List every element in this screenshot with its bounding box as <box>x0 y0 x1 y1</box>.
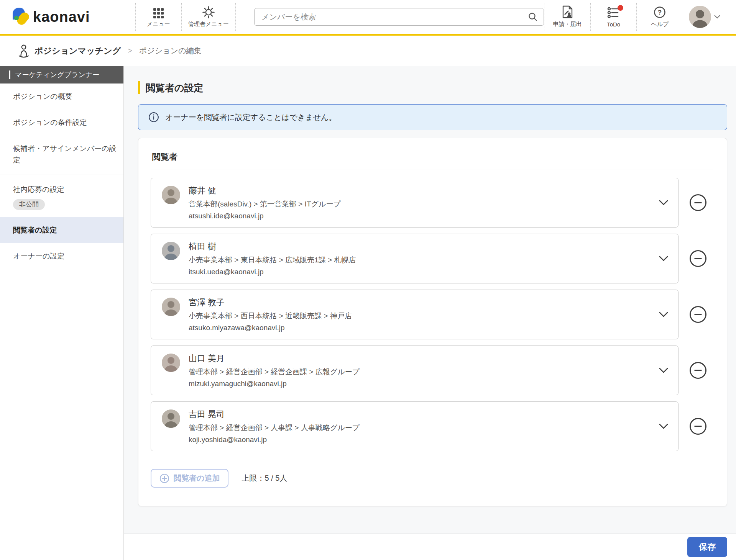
viewer-settings-content: 閲覧者の設定 オーナーを閲覧者に設定することはできません。 閲覧者 <box>124 66 736 534</box>
member-avatar <box>162 298 180 316</box>
divider <box>235 3 236 31</box>
svg-text:?: ? <box>658 9 662 16</box>
expand-member-button[interactable] <box>659 256 668 261</box>
sidebar-item[interactable]: オーナーの設定 <box>0 243 123 269</box>
viewer-limit-text: 上限：5 / 5人 <box>242 473 287 483</box>
member-name: 宮澤 敦子 <box>189 297 352 308</box>
viewer-row: 宮澤 敦子 小売事業本部 > 西日本統括 > 近畿販売課 > 神戸店 atsuk… <box>151 290 713 339</box>
search-input[interactable] <box>255 13 522 21</box>
add-viewer-label: 閲覧者の追加 <box>174 473 220 483</box>
todo-label: ToDo <box>607 21 620 28</box>
application-button[interactable]: 申請・届出 <box>544 6 590 28</box>
viewer-card: 宮澤 敦子 小売事業本部 > 西日本統括 > 近畿販売課 > 神戸店 atsuk… <box>151 290 678 339</box>
sidebar-item[interactable]: 閲覧者の設定 <box>0 217 123 243</box>
sidebar-item[interactable]: 候補者・アサインメンバーの設定 <box>0 136 123 173</box>
sidebar-item[interactable]: ポジションの条件設定 <box>0 110 123 136</box>
action-footer: 保存 <box>124 534 736 560</box>
expand-member-button[interactable] <box>659 368 668 373</box>
info-banner: オーナーを閲覧者に設定することはできません。 <box>138 104 727 130</box>
member-email: atsushi.ide@kaonavi.jp <box>189 212 341 220</box>
page-title: 閲覧者の設定 <box>146 82 204 94</box>
breadcrumb: ポジションマッチング > ポジションの編集 <box>0 36 736 66</box>
chevron-down-icon <box>659 368 668 373</box>
member-org-path: 管理本部 > 経営企画部 > 経営企画課 > 広報グループ <box>189 367 360 377</box>
viewer-card: 山口 美月 管理本部 > 経営企画部 > 経営企画課 > 広報グループ mizu… <box>151 345 678 395</box>
sidebar-item-label: ポジションの条件設定 <box>13 118 87 126</box>
viewer-card: 吉田 晃司 管理本部 > 経営企画部 > 人事課 > 人事戦略グループ koji… <box>151 401 678 451</box>
title-accent-bar <box>138 81 140 94</box>
viewers-heading: 閲覧者 <box>151 151 713 163</box>
sidebar-item-label: オーナーの設定 <box>13 252 64 260</box>
breadcrumb-current: ポジションの編集 <box>139 46 202 56</box>
remove-viewer-button[interactable] <box>690 362 706 379</box>
viewer-card: 藤井 健 営業本部(salesDiv.) > 第一営業部 > ITグループ at… <box>151 178 678 228</box>
save-button[interactable]: 保存 <box>687 537 727 557</box>
viewers-card: 閲覧者 藤井 健 営業本部(salesDiv.) > 第一営業部 > ITグルー… <box>138 138 727 506</box>
admin-menu-label: 管理者メニュー <box>188 21 229 28</box>
member-org-path: 管理本部 > 経営企画部 > 人事課 > 人事戦略グループ <box>189 423 360 433</box>
divider <box>151 170 713 170</box>
member-name: 藤井 健 <box>189 185 341 196</box>
expand-member-button[interactable] <box>659 312 668 317</box>
sidebar-item-label: 候補者・アサインメンバーの設定 <box>13 144 117 164</box>
remove-viewer-button[interactable] <box>690 306 706 323</box>
gear-icon <box>202 6 215 18</box>
viewer-row: 吉田 晃司 管理本部 > 経営企画部 > 人事課 > 人事戦略グループ koji… <box>151 401 713 451</box>
member-avatar <box>162 242 180 260</box>
sidebar-item-label: 閲覧者の設定 <box>13 226 57 234</box>
sidebar-nav: ポジションの概要 ポジションの条件設定 候補者・アサインメンバーの設定 社内応募… <box>0 84 123 269</box>
user-account-menu[interactable] <box>683 6 726 28</box>
viewer-list: 藤井 健 営業本部(salesDiv.) > 第一営業部 > ITグループ at… <box>151 178 713 451</box>
menu-button[interactable]: メニュー <box>136 6 182 28</box>
app-header: kaonavi メニュー 管理者メニュー <box>0 0 736 36</box>
grid-icon <box>153 6 164 18</box>
search-icon <box>528 12 538 22</box>
chevron-down-icon <box>659 424 668 429</box>
admin-menu-button[interactable]: 管理者メニュー <box>182 6 235 28</box>
breadcrumb-root[interactable]: ポジションマッチング <box>34 45 121 57</box>
menu-label: メニュー <box>147 21 170 28</box>
remove-viewer-button[interactable] <box>690 194 706 211</box>
member-name: 植田 樹 <box>189 241 356 252</box>
chevron-down-icon <box>659 312 668 317</box>
help-button[interactable]: ? ヘルプ <box>637 6 683 28</box>
todo-icon <box>607 7 620 19</box>
member-email: atsuko.miyazawa@kaonavi.jp <box>189 324 352 332</box>
position-title: マーケティングプランナー <box>0 66 123 84</box>
chevron-down-icon <box>659 200 668 205</box>
sidebar-item[interactable]: 社内応募の設定 非公開 <box>0 177 123 217</box>
member-email: itsuki.ueda@kaonavi.jp <box>189 268 356 276</box>
info-banner-text: オーナーを閲覧者に設定することはできません。 <box>165 112 337 123</box>
chevron-down-icon <box>659 256 668 261</box>
expand-member-button[interactable] <box>659 200 668 205</box>
search-button[interactable] <box>522 8 544 25</box>
help-label: ヘルプ <box>651 21 669 28</box>
member-name: 吉田 晃司 <box>189 409 360 420</box>
viewer-row: 山口 美月 管理本部 > 経営企画部 > 経営企画課 > 広報グループ mizu… <box>151 345 713 395</box>
member-email: mizuki.yamaguchi@kaonavi.jp <box>189 380 360 388</box>
add-viewer-button[interactable]: 閲覧者の追加 <box>151 469 228 488</box>
sidebar-item[interactable]: ポジションの概要 <box>0 84 123 110</box>
member-org-path: 営業本部(salesDiv.) > 第一営業部 > ITグループ <box>189 199 341 209</box>
todo-button[interactable]: ToDo <box>591 7 637 28</box>
remove-viewer-button[interactable] <box>690 250 706 267</box>
position-matching-icon <box>18 44 30 58</box>
member-org-path: 小売事業本部 > 西日本統括 > 近畿販売課 > 神戸店 <box>189 311 352 321</box>
sidebar-item-label: 社内応募の設定 <box>13 185 64 193</box>
sidebar-item-label: ポジションの概要 <box>13 92 72 100</box>
main-area: 閲覧者の設定 オーナーを閲覧者に設定することはできません。 閲覧者 <box>124 66 736 560</box>
remove-viewer-button[interactable] <box>690 418 706 435</box>
logo-text: kaonavi <box>33 9 90 25</box>
visibility-badge: 非公開 <box>13 199 45 210</box>
user-avatar <box>689 6 711 28</box>
member-avatar <box>162 409 180 428</box>
member-email: koji.yoshida@kaonavi.jp <box>189 436 360 444</box>
kaonavi-logo-icon <box>12 7 29 27</box>
kaonavi-logo[interactable]: kaonavi <box>12 7 90 27</box>
expand-member-button[interactable] <box>659 424 668 429</box>
chevron-down-icon <box>714 15 720 19</box>
kaonavi-app: kaonavi メニュー 管理者メニュー <box>0 0 736 560</box>
viewer-row: 藤井 健 営業本部(salesDiv.) > 第一営業部 > ITグループ at… <box>151 178 713 228</box>
member-org-path: 小売事業本部 > 東日本統括 > 広域販売1課 > 札幌店 <box>189 255 356 265</box>
viewer-row: 植田 樹 小売事業本部 > 東日本統括 > 広域販売1課 > 札幌店 itsuk… <box>151 234 713 283</box>
